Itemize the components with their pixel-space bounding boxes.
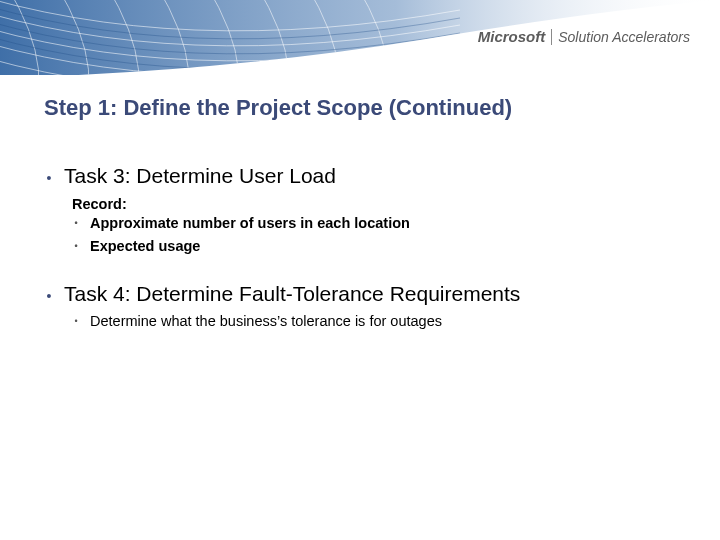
bullet-icon: •	[72, 235, 80, 258]
task-heading: • Task 3: Determine User Load	[44, 164, 690, 192]
branding-divider-icon	[551, 29, 552, 45]
bullet-icon: •	[72, 212, 80, 235]
task-heading: • Task 4: Determine Fault-Tolerance Requ…	[44, 282, 690, 310]
product-name: Solution Accelerators	[558, 29, 690, 45]
task-item-text: Approximate number of users in each loca…	[90, 212, 410, 235]
task-item-text: Determine what the business’s tolerance …	[90, 310, 442, 333]
task-item: • Determine what the business’s toleranc…	[72, 310, 690, 333]
task-item: • Approximate number of users in each lo…	[72, 212, 690, 235]
bullet-icon: •	[44, 164, 54, 192]
company-name: Microsoft	[478, 28, 546, 45]
bullet-icon: •	[44, 282, 54, 310]
slide-body: • Task 3: Determine User Load Record: • …	[44, 160, 690, 334]
task-heading-text: Task 3: Determine User Load	[64, 164, 336, 188]
branding-block: Microsoft Solution Accelerators	[478, 28, 690, 45]
task-item-text: Expected usage	[90, 235, 200, 258]
task-item: • Expected usage	[72, 235, 690, 258]
task-lead: Record:	[72, 196, 690, 212]
bullet-icon: •	[72, 310, 80, 333]
slide-title: Step 1: Define the Project Scope (Contin…	[44, 95, 680, 121]
task-heading-text: Task 4: Determine Fault-Tolerance Requir…	[64, 282, 520, 306]
